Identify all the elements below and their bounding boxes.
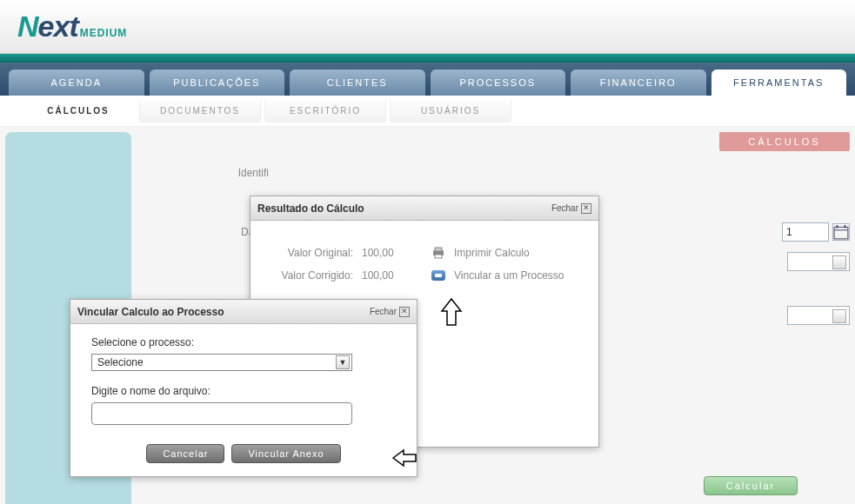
action-imprimir[interactable]: Imprimir Calculo: [431, 247, 583, 259]
link-icon: [431, 269, 445, 282]
value-valor-original: 100,00: [362, 247, 394, 259]
result-modal-title-text: Resultado do Cálculo: [257, 202, 364, 215]
close-icon: ✕: [581, 203, 591, 214]
value-valor-corrigido: 100,00: [362, 269, 394, 282]
main-nav: AGENDA PUBLICAÇÕES CLIENTES PROCESSOS FI…: [0, 63, 855, 96]
close-icon: ✕: [399, 307, 410, 317]
label-valor-corrigido: Valor Corrigido:: [266, 269, 353, 282]
nav-agenda[interactable]: AGENDA: [9, 70, 144, 96]
brand-sub: MEDIUM: [80, 27, 128, 39]
subnav-usuarios[interactable]: USUÁRIOS: [390, 100, 511, 123]
link-modal-title-text: Vincular Calculo ao Processo: [77, 306, 224, 318]
calendar-icon[interactable]: [832, 223, 850, 241]
app-header: Next MEDIUM: [0, 0, 855, 54]
dropdown-1[interactable]: [787, 252, 850, 271]
vincular-anexo-button[interactable]: Vincular Anexo: [231, 444, 340, 463]
processo-select-value: Selecione: [97, 356, 144, 368]
nav-processos[interactable]: PROCESSOS: [431, 70, 566, 96]
nome-arquivo-input[interactable]: [91, 402, 352, 425]
subnav-escritorio[interactable]: ESCRITÓRIO: [264, 100, 386, 123]
link-modal-title: Vincular Calculo ao Processo Fechar ✕: [70, 300, 417, 324]
dropdown-2[interactable]: [787, 306, 850, 325]
svg-rect-0: [834, 227, 848, 239]
nav-publicacoes[interactable]: PUBLICAÇÕES: [150, 70, 285, 96]
link-modal-close[interactable]: Fechar ✕: [370, 307, 410, 317]
cancelar-button[interactable]: Cancelar: [146, 444, 224, 463]
action-imprimir-label: Imprimir Calculo: [454, 247, 530, 259]
subnav-calculos[interactable]: CÁLCULOS: [17, 100, 139, 123]
label-selecione-processo: Selecione o processo:: [91, 336, 396, 348]
nav-accent: [0, 54, 855, 63]
chevron-down-icon: ▼: [336, 355, 350, 369]
processo-select[interactable]: Selecione ▼: [91, 354, 352, 371]
sub-nav: CÁLCULOS DOCUMENTOS ESCRITÓRIO USUÁRIOS: [0, 96, 855, 127]
svg-rect-2: [836, 225, 838, 228]
printer-icon: [431, 247, 445, 259]
date-input[interactable]: [782, 222, 829, 242]
link-modal: Vincular Calculo ao Processo Fechar ✕ Se…: [70, 299, 417, 477]
action-vincular-label: Vincular a um Processo: [454, 269, 564, 282]
nav-financeiro[interactable]: FINANCEIRO: [571, 70, 706, 96]
nav-clientes[interactable]: CLIENTES: [290, 70, 425, 96]
brand-name: Next: [17, 10, 78, 43]
page-title-badge: CÁLCULOS: [719, 132, 850, 151]
calcular-button[interactable]: Calcular: [704, 476, 798, 495]
svg-rect-3: [844, 225, 845, 228]
result-modal-title: Resultado do Cálculo Fechar ✕: [250, 196, 598, 221]
close-label: Fechar: [551, 203, 578, 213]
close-label: Fechar: [370, 307, 397, 316]
svg-rect-5: [435, 248, 442, 251]
label-identificacao: Identifi: [147, 167, 269, 179]
svg-rect-6: [435, 255, 442, 258]
action-vincular[interactable]: Vincular a um Processo: [431, 269, 583, 282]
nav-ferramentas[interactable]: FERRAMENTAS: [711, 70, 847, 96]
result-modal-close[interactable]: Fechar ✕: [551, 203, 591, 214]
subnav-documentos[interactable]: DOCUMENTOS: [139, 100, 261, 123]
label-nome-arquivo: Digite o nome do arquivo:: [91, 385, 396, 397]
label-valor-original: Valor Original:: [266, 247, 353, 259]
brand-logo: Next MEDIUM: [17, 10, 127, 43]
